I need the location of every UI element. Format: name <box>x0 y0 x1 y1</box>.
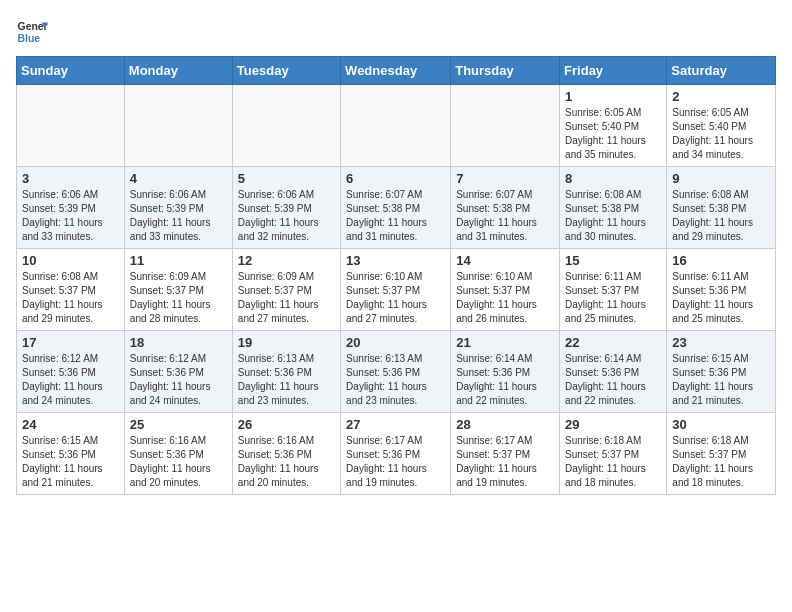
day-header-sunday: Sunday <box>17 57 125 85</box>
day-number: 16 <box>672 253 770 268</box>
day-header-wednesday: Wednesday <box>341 57 451 85</box>
calendar-cell: 18Sunrise: 6:12 AM Sunset: 5:36 PM Dayli… <box>124 331 232 413</box>
day-number: 20 <box>346 335 445 350</box>
day-number: 7 <box>456 171 554 186</box>
calendar-cell: 14Sunrise: 6:10 AM Sunset: 5:37 PM Dayli… <box>451 249 560 331</box>
calendar-cell <box>124 85 232 167</box>
day-info: Sunrise: 6:05 AM Sunset: 5:40 PM Dayligh… <box>672 106 770 162</box>
day-info: Sunrise: 6:18 AM Sunset: 5:37 PM Dayligh… <box>565 434 661 490</box>
day-info: Sunrise: 6:12 AM Sunset: 5:36 PM Dayligh… <box>130 352 227 408</box>
calendar-cell: 13Sunrise: 6:10 AM Sunset: 5:37 PM Dayli… <box>341 249 451 331</box>
day-info: Sunrise: 6:07 AM Sunset: 5:38 PM Dayligh… <box>346 188 445 244</box>
day-info: Sunrise: 6:17 AM Sunset: 5:37 PM Dayligh… <box>456 434 554 490</box>
day-number: 6 <box>346 171 445 186</box>
day-header-tuesday: Tuesday <box>232 57 340 85</box>
day-number: 1 <box>565 89 661 104</box>
day-info: Sunrise: 6:17 AM Sunset: 5:36 PM Dayligh… <box>346 434 445 490</box>
day-number: 8 <box>565 171 661 186</box>
day-number: 13 <box>346 253 445 268</box>
day-number: 18 <box>130 335 227 350</box>
day-number: 27 <box>346 417 445 432</box>
day-number: 2 <box>672 89 770 104</box>
day-info: Sunrise: 6:06 AM Sunset: 5:39 PM Dayligh… <box>130 188 227 244</box>
day-info: Sunrise: 6:08 AM Sunset: 5:38 PM Dayligh… <box>672 188 770 244</box>
calendar-cell: 1Sunrise: 6:05 AM Sunset: 5:40 PM Daylig… <box>560 85 667 167</box>
day-info: Sunrise: 6:15 AM Sunset: 5:36 PM Dayligh… <box>22 434 119 490</box>
day-info: Sunrise: 6:10 AM Sunset: 5:37 PM Dayligh… <box>346 270 445 326</box>
day-info: Sunrise: 6:18 AM Sunset: 5:37 PM Dayligh… <box>672 434 770 490</box>
day-info: Sunrise: 6:15 AM Sunset: 5:36 PM Dayligh… <box>672 352 770 408</box>
day-info: Sunrise: 6:09 AM Sunset: 5:37 PM Dayligh… <box>130 270 227 326</box>
day-info: Sunrise: 6:05 AM Sunset: 5:40 PM Dayligh… <box>565 106 661 162</box>
calendar-cell: 6Sunrise: 6:07 AM Sunset: 5:38 PM Daylig… <box>341 167 451 249</box>
calendar-week-1: 1Sunrise: 6:05 AM Sunset: 5:40 PM Daylig… <box>17 85 776 167</box>
day-info: Sunrise: 6:13 AM Sunset: 5:36 PM Dayligh… <box>346 352 445 408</box>
calendar-cell: 9Sunrise: 6:08 AM Sunset: 5:38 PM Daylig… <box>667 167 776 249</box>
calendar-cell: 21Sunrise: 6:14 AM Sunset: 5:36 PM Dayli… <box>451 331 560 413</box>
calendar-cell <box>17 85 125 167</box>
day-number: 17 <box>22 335 119 350</box>
calendar-cell: 22Sunrise: 6:14 AM Sunset: 5:36 PM Dayli… <box>560 331 667 413</box>
calendar-cell: 16Sunrise: 6:11 AM Sunset: 5:36 PM Dayli… <box>667 249 776 331</box>
calendar-cell: 4Sunrise: 6:06 AM Sunset: 5:39 PM Daylig… <box>124 167 232 249</box>
day-info: Sunrise: 6:06 AM Sunset: 5:39 PM Dayligh… <box>238 188 335 244</box>
day-header-monday: Monday <box>124 57 232 85</box>
calendar-cell: 25Sunrise: 6:16 AM Sunset: 5:36 PM Dayli… <box>124 413 232 495</box>
calendar-cell: 20Sunrise: 6:13 AM Sunset: 5:36 PM Dayli… <box>341 331 451 413</box>
calendar-cell: 28Sunrise: 6:17 AM Sunset: 5:37 PM Dayli… <box>451 413 560 495</box>
day-number: 3 <box>22 171 119 186</box>
calendar-cell <box>451 85 560 167</box>
calendar-cell: 26Sunrise: 6:16 AM Sunset: 5:36 PM Dayli… <box>232 413 340 495</box>
calendar-cell: 24Sunrise: 6:15 AM Sunset: 5:36 PM Dayli… <box>17 413 125 495</box>
day-number: 4 <box>130 171 227 186</box>
calendar-cell: 2Sunrise: 6:05 AM Sunset: 5:40 PM Daylig… <box>667 85 776 167</box>
day-number: 29 <box>565 417 661 432</box>
day-info: Sunrise: 6:08 AM Sunset: 5:37 PM Dayligh… <box>22 270 119 326</box>
day-number: 24 <box>22 417 119 432</box>
calendar-week-5: 24Sunrise: 6:15 AM Sunset: 5:36 PM Dayli… <box>17 413 776 495</box>
day-number: 14 <box>456 253 554 268</box>
calendar-week-2: 3Sunrise: 6:06 AM Sunset: 5:39 PM Daylig… <box>17 167 776 249</box>
day-header-friday: Friday <box>560 57 667 85</box>
day-number: 12 <box>238 253 335 268</box>
calendar-cell: 5Sunrise: 6:06 AM Sunset: 5:39 PM Daylig… <box>232 167 340 249</box>
calendar-table: SundayMondayTuesdayWednesdayThursdayFrid… <box>16 56 776 495</box>
day-number: 10 <box>22 253 119 268</box>
calendar-cell: 12Sunrise: 6:09 AM Sunset: 5:37 PM Dayli… <box>232 249 340 331</box>
day-number: 19 <box>238 335 335 350</box>
day-info: Sunrise: 6:16 AM Sunset: 5:36 PM Dayligh… <box>130 434 227 490</box>
calendar-header-row: SundayMondayTuesdayWednesdayThursdayFrid… <box>17 57 776 85</box>
calendar-cell: 19Sunrise: 6:13 AM Sunset: 5:36 PM Dayli… <box>232 331 340 413</box>
logo: General Blue <box>16 16 48 48</box>
logo-icon: General Blue <box>16 16 48 48</box>
calendar-cell: 15Sunrise: 6:11 AM Sunset: 5:37 PM Dayli… <box>560 249 667 331</box>
calendar-cell: 29Sunrise: 6:18 AM Sunset: 5:37 PM Dayli… <box>560 413 667 495</box>
day-header-saturday: Saturday <box>667 57 776 85</box>
day-info: Sunrise: 6:14 AM Sunset: 5:36 PM Dayligh… <box>565 352 661 408</box>
day-header-thursday: Thursday <box>451 57 560 85</box>
day-number: 23 <box>672 335 770 350</box>
day-info: Sunrise: 6:07 AM Sunset: 5:38 PM Dayligh… <box>456 188 554 244</box>
day-info: Sunrise: 6:06 AM Sunset: 5:39 PM Dayligh… <box>22 188 119 244</box>
day-number: 21 <box>456 335 554 350</box>
day-number: 9 <box>672 171 770 186</box>
day-number: 15 <box>565 253 661 268</box>
day-info: Sunrise: 6:08 AM Sunset: 5:38 PM Dayligh… <box>565 188 661 244</box>
day-info: Sunrise: 6:11 AM Sunset: 5:36 PM Dayligh… <box>672 270 770 326</box>
calendar-cell: 23Sunrise: 6:15 AM Sunset: 5:36 PM Dayli… <box>667 331 776 413</box>
day-info: Sunrise: 6:10 AM Sunset: 5:37 PM Dayligh… <box>456 270 554 326</box>
calendar-cell: 3Sunrise: 6:06 AM Sunset: 5:39 PM Daylig… <box>17 167 125 249</box>
day-info: Sunrise: 6:16 AM Sunset: 5:36 PM Dayligh… <box>238 434 335 490</box>
calendar-week-4: 17Sunrise: 6:12 AM Sunset: 5:36 PM Dayli… <box>17 331 776 413</box>
calendar-cell: 27Sunrise: 6:17 AM Sunset: 5:36 PM Dayli… <box>341 413 451 495</box>
day-info: Sunrise: 6:14 AM Sunset: 5:36 PM Dayligh… <box>456 352 554 408</box>
day-number: 25 <box>130 417 227 432</box>
day-number: 26 <box>238 417 335 432</box>
day-number: 28 <box>456 417 554 432</box>
calendar-cell <box>232 85 340 167</box>
day-number: 11 <box>130 253 227 268</box>
calendar-cell: 7Sunrise: 6:07 AM Sunset: 5:38 PM Daylig… <box>451 167 560 249</box>
day-number: 30 <box>672 417 770 432</box>
day-number: 22 <box>565 335 661 350</box>
calendar-cell <box>341 85 451 167</box>
